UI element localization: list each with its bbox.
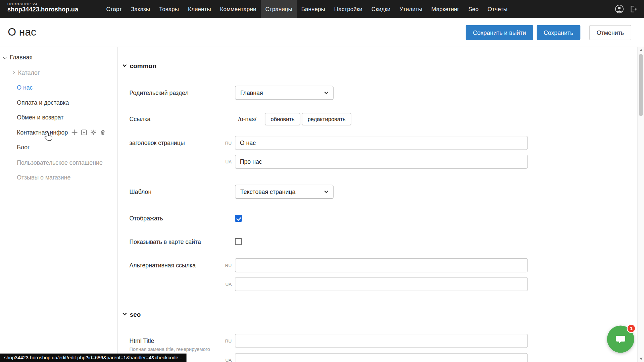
sidebar-item-label: Пользовательское соглашение	[17, 159, 103, 166]
vertical-scrollbar	[637, 47, 644, 362]
chevron-right-icon	[11, 70, 15, 74]
browser-status-tooltip: shop34423.horoshop.ua/edit/edit.php?id=6…	[0, 354, 187, 362]
logo-version: HOROSHOP V4	[7, 2, 78, 6]
field-label: заголовок страницы	[130, 136, 185, 150]
form-row-link: Ссылка /o-nas/ обновить редактировать	[118, 113, 637, 125]
nav-item-discounts[interactable]: Скидки	[367, 0, 395, 18]
sidebar-item-label: Отзывы о магазине	[17, 174, 70, 181]
scrollbar-thumb[interactable]	[639, 54, 643, 116]
lang-tag-ru: RU	[220, 334, 232, 348]
top-navbar: HOROSHOP V4 shop34423.horoshop.ua Старт …	[0, 0, 644, 18]
page-header: О нас Сохранить и выйти Сохранить Отмени…	[0, 18, 644, 47]
alt-link-ua-input[interactable]	[235, 277, 528, 291]
lang-tag-ru: RU	[220, 258, 232, 272]
lang-tag-ua: UA	[220, 155, 232, 169]
edit-link-button[interactable]: редактировать	[302, 113, 351, 125]
field-label: Отображать	[130, 215, 163, 222]
add-subpage-icon[interactable]	[81, 130, 87, 136]
nav-item-utilities[interactable]: Утилиты	[395, 0, 427, 18]
scroll-down-arrow[interactable]	[638, 356, 644, 362]
logo: HOROSHOP V4 shop34423.horoshop.ua	[7, 2, 78, 18]
field-label: Html Title	[130, 334, 154, 348]
select-value: Главная	[240, 90, 263, 96]
field-label: Показывать в карте сайта	[130, 238, 201, 246]
user-account-icon[interactable]	[615, 4, 624, 13]
sitemap-checkbox[interactable]	[235, 238, 242, 245]
section-common-toggle[interactable]: common	[123, 62, 156, 70]
chat-widget-button[interactable]: 1	[607, 326, 634, 353]
sidebar-item-obmen[interactable]: Обмен и возврат	[0, 110, 117, 125]
form-row-sitemap: Показывать в карте сайта	[118, 238, 637, 246]
nav-item-seo[interactable]: Seo	[464, 0, 483, 18]
lang-tag-ua: UA	[220, 353, 232, 362]
sidebar-item-label: О нас	[17, 84, 33, 91]
field-label: Родительский раздел	[130, 86, 189, 100]
nav-item-marketing[interactable]: Маркетинг	[427, 0, 464, 18]
template-select[interactable]: Текстовая страница	[235, 185, 334, 199]
section-title: seo	[130, 311, 141, 318]
sidebar-item-label: Контактная инфор	[17, 129, 68, 136]
field-label: Альтернативная ссылка	[130, 258, 196, 272]
lang-tag-ua: UA	[220, 277, 232, 291]
page-title-ru-input[interactable]	[235, 136, 528, 150]
page-title-ua-input[interactable]	[235, 155, 528, 169]
app-root: HOROSHOP V4 shop34423.horoshop.ua Старт …	[0, 0, 644, 362]
header-buttons: Сохранить и выйти Сохранить Отменить	[466, 25, 631, 40]
cancel-button[interactable]: Отменить	[589, 25, 631, 40]
link-path-value: /o-nas/	[238, 113, 256, 125]
sidebar-item-label: Главная	[10, 54, 33, 61]
field-label: Шаблон	[130, 185, 152, 199]
logo-domain: shop34423.horoshop.ua	[7, 6, 78, 13]
save-button[interactable]: Сохранить	[537, 25, 580, 40]
form-row-template: Шаблон Текстовая страница	[118, 185, 637, 199]
pages-tree-sidebar: Главная Каталог О нас Оплата и доставка …	[0, 47, 118, 362]
section-seo-toggle[interactable]: seo	[123, 311, 141, 318]
sidebar-item-blog[interactable]: Блог	[0, 140, 117, 155]
page-title: О нас	[8, 26, 36, 39]
chevron-down-icon	[324, 90, 328, 94]
nav-item-settings[interactable]: Настройки	[330, 0, 367, 18]
move-icon[interactable]	[71, 130, 78, 136]
sidebar-item-soglashenie[interactable]: Пользовательское соглашение	[0, 155, 117, 170]
nav-item-banners[interactable]: Баннеры	[297, 0, 330, 18]
nav-item-products[interactable]: Товары	[155, 0, 184, 18]
update-link-button[interactable]: обновить	[265, 113, 300, 125]
html-title-ua-input[interactable]	[235, 353, 528, 362]
chat-unread-badge: 1	[627, 324, 636, 333]
sidebar-item-o-nas[interactable]: О нас	[0, 80, 117, 95]
sidebar-item-oplata[interactable]: Оплата и доставка	[0, 95, 117, 110]
parent-section-select[interactable]: Главная	[235, 86, 334, 100]
form-row-html-title-ua: UA	[118, 353, 637, 362]
chevron-down-icon	[122, 63, 127, 67]
sidebar-item-glavnaya[interactable]: Главная	[0, 50, 117, 65]
nav-item-clients[interactable]: Клиенты	[184, 0, 216, 18]
save-and-exit-button[interactable]: Сохранить и выйти	[466, 25, 533, 40]
settings-gear-icon[interactable]	[91, 130, 97, 136]
alt-link-ru-input[interactable]	[235, 258, 528, 272]
nav-item-comments[interactable]: Комментарии	[215, 0, 261, 18]
logout-icon[interactable]	[629, 5, 637, 13]
sidebar-item-kontaktnaya[interactable]: Контактная инфор	[0, 125, 117, 140]
scroll-up-arrow[interactable]	[638, 47, 644, 53]
nav-menu: Старт Заказы Товары Клиенты Комментарии …	[102, 0, 512, 18]
nav-item-start[interactable]: Старт	[102, 0, 126, 18]
form-row-alt-link-ua: UA	[118, 277, 637, 291]
nav-item-orders[interactable]: Заказы	[126, 0, 154, 18]
sidebar-item-label: Блог	[17, 144, 30, 151]
nav-right-icons	[615, 0, 637, 18]
tree-item-hover-actions	[71, 130, 106, 136]
display-checkbox[interactable]	[235, 215, 242, 222]
delete-trash-icon[interactable]	[100, 130, 106, 136]
sidebar-item-otzyvy[interactable]: Отзывы о магазине	[0, 170, 117, 185]
html-title-ru-input[interactable]	[235, 334, 528, 348]
section-title: common	[130, 62, 156, 70]
nav-item-reports[interactable]: Отчеты	[483, 0, 512, 18]
page-edit-form: common Родительский раздел Главная Ссылк…	[118, 47, 637, 362]
sidebar-item-label: Оплата и доставка	[17, 99, 69, 106]
lang-tag-ru: RU	[220, 136, 232, 150]
form-row-alt-link-ru: Альтернативная ссылка RU	[118, 258, 637, 272]
nav-item-pages[interactable]: Страницы	[261, 0, 297, 18]
sidebar-item-label: Каталог	[18, 69, 40, 76]
form-row-page-title-ru: заголовок страницы RU	[118, 136, 637, 150]
sidebar-item-katalog[interactable]: Каталог	[0, 65, 117, 80]
